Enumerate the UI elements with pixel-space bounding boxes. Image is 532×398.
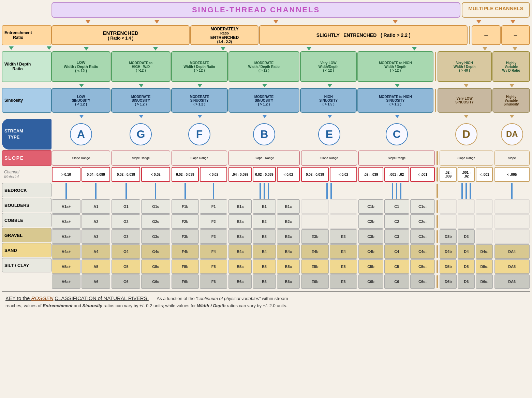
- slope-val-C1: .02 - .039: [358, 167, 383, 182]
- cell-DA3-empty: [494, 229, 530, 244]
- cell-E4b: E4b: [301, 244, 328, 259]
- gravel-row: A4a+ A4 G4 G4c F4b F4 B4a B4 B4c E4b: [51, 244, 530, 259]
- footer: KEY to the ROSGEN CLASSIFICATION of NATU…: [2, 292, 530, 312]
- cell-F6b: F6b: [172, 274, 199, 289]
- cell-B4: B4: [253, 244, 276, 259]
- stream-type-E: E: [301, 122, 357, 147]
- slope-val-B1: .04 - 0.099: [228, 167, 252, 182]
- cell-G2: G2: [112, 214, 140, 229]
- cell-D6: D6: [458, 274, 475, 289]
- cell-B1c: B1c: [277, 199, 300, 214]
- stream-type-row: A G F B E C D: [51, 119, 530, 150]
- slope-label-row: Slope Range Slope Range Slope Range Slop…: [51, 150, 530, 166]
- slope-val-F1: 0.02 - 0.039: [172, 167, 199, 182]
- cell-C1c-: C1c-: [410, 199, 435, 214]
- cell-G4c: G4c: [141, 244, 170, 259]
- cell-B2: B2: [253, 214, 276, 229]
- cell-E1-empty: [301, 199, 328, 214]
- cell-B2a: B2a: [228, 214, 252, 229]
- cell-B6c: B6c: [277, 274, 300, 289]
- label-cobble: COBBLE: [2, 213, 51, 227]
- slope-val-E1: 0.02 - 0.039: [301, 167, 328, 182]
- cell-A3a+: A3a+: [52, 229, 80, 244]
- label-channel-material: ChannelMaterial: [2, 167, 51, 182]
- cell-C2b: C2b: [358, 214, 383, 229]
- slope-val-D1: .02 - .039: [440, 167, 457, 182]
- single-thread-header: SINGLE-THREAD CHANNELS: [51, 2, 460, 18]
- label-column: EntrenchmentRatio Width / DepthRatio Sin…: [2, 25, 51, 289]
- slope-range-label-E: Slope Range: [301, 151, 357, 166]
- sin-very-low-d: Very LOW SINUOSITY: [438, 88, 492, 113]
- cell-C4: C4: [384, 244, 409, 259]
- cell-F3: F3: [200, 229, 227, 244]
- cell-D3b: D3b: [440, 229, 457, 244]
- slope-val-G2: < 0.02: [141, 167, 170, 182]
- cell-A3: A3: [82, 229, 110, 244]
- stream-type-F: F: [171, 122, 228, 147]
- cobble-row: A3a+ A3 G3 G3c F3b F3 B3a B3 B3c E3b: [51, 229, 530, 244]
- cell-G6: G6: [112, 274, 140, 289]
- cell-C4c-: C4c-: [410, 244, 435, 259]
- slope-val-G1: 0.02 - 0.039: [112, 167, 140, 182]
- cell-E2b-empty: [330, 214, 357, 229]
- footer-wd: Width / Depth: [197, 303, 226, 308]
- cell-B3a: B3a: [228, 229, 252, 244]
- cell-F5: F5: [200, 259, 227, 274]
- cell-G5c: G5c: [141, 259, 170, 274]
- cell-G3: G3: [112, 229, 140, 244]
- cell-B4a: B4a: [228, 244, 252, 259]
- mod-entrenched-box: MODERATELY Ratio ENTRENCHED (1.4 - 2.2): [190, 25, 258, 45]
- boulders-row: A2a+ A2 G2 G2c F2b F2 B2a B2 B2c: [51, 214, 530, 229]
- cell-C2c-: C2c-: [410, 214, 435, 229]
- multiple-channels-header: MULTIPLE CHANNELS: [462, 2, 530, 18]
- single-thread-title: SINGLE-THREAD CHANNELS: [192, 5, 320, 14]
- cell-F2: F2: [200, 214, 227, 229]
- wd-mod-high-g: MODERATE to HIGH W/D ( >12 ): [111, 51, 170, 82]
- footer-continuum: "continuum of physical variables": [196, 296, 261, 301]
- cell-D5b: D5b: [440, 259, 457, 274]
- cell-A4: A4: [82, 244, 110, 259]
- header-row: SINGLE-THREAD CHANNELS MULTIPLE CHANNELS: [2, 2, 530, 18]
- cell-A6a+: A6a+: [52, 274, 80, 289]
- cell-A6: A6: [82, 274, 110, 289]
- sinuosity-row: LOW SINUOSITY ( < 1.2 ) MODERATE SINUOSI…: [51, 88, 530, 113]
- entrenched-box: ENTRENCHED ( Ratio < 1.4 ): [51, 25, 190, 45]
- cell-D1c-empty: [476, 199, 493, 214]
- stream-type-C: C: [358, 122, 435, 147]
- cell-D4c-: D4c-: [476, 244, 493, 259]
- label-sand: SAND: [2, 243, 51, 257]
- cell-E6b: E6b: [301, 274, 328, 289]
- label-spacer: [2, 2, 51, 18]
- sin-high-e: HIGH SINUOSITY ( > 1.5 ): [300, 88, 357, 113]
- cell-B5: B5: [253, 259, 276, 274]
- slope-val-C3: < .001: [410, 167, 435, 182]
- arrow-wd-2: [47, 46, 51, 50]
- cell-A1: A1: [82, 199, 110, 214]
- entrenchment-row: ENTRENCHED ( Ratio < 1.4 ) MODERATELY Ra…: [51, 25, 530, 45]
- cell-C5b: C5b: [358, 259, 383, 274]
- cell-F5b: F5b: [172, 259, 199, 274]
- label-sinuosity: Sinuosity: [2, 88, 51, 113]
- cell-D1-empty: [440, 199, 457, 214]
- cell-DA2-empty: [494, 214, 530, 229]
- wd-very-high-d: Very HIGH Width / Depth ( > 40 ): [438, 51, 492, 82]
- cell-C2: C2: [384, 214, 409, 229]
- cell-D1b-empty: [458, 199, 475, 214]
- stream-type-D: D: [439, 122, 493, 147]
- wd-arrows-row: [51, 46, 530, 51]
- slope-val-C2: .001 - .02: [384, 167, 409, 182]
- chart-body: EntrenchmentRatio Width / DepthRatio Sin…: [2, 25, 530, 289]
- cell-G1c: G1c: [141, 199, 170, 214]
- footer-entrenchment: Entrenchment: [43, 303, 72, 308]
- main-container: SINGLE-THREAD CHANNELS MULTIPLE CHANNELS…: [0, 0, 532, 314]
- label-slope: SLOPE: [2, 150, 51, 166]
- footer-key-text: KEY to the: [5, 295, 31, 301]
- arrow-entrenched: [86, 20, 90, 24]
- cell-C6c-: C6c-: [410, 274, 435, 289]
- slope-val-D2: .001 - .02: [458, 167, 475, 182]
- label-boulders: BOULDERS: [2, 198, 51, 212]
- label-entrenchment: EntrenchmentRatio: [2, 25, 51, 45]
- cell-D6b: D6b: [440, 274, 457, 289]
- cell-D4b: D4b: [440, 244, 457, 259]
- wd-mod-high-c: MODERATE to HIGH Width / Depth ( > 12 ): [357, 51, 433, 82]
